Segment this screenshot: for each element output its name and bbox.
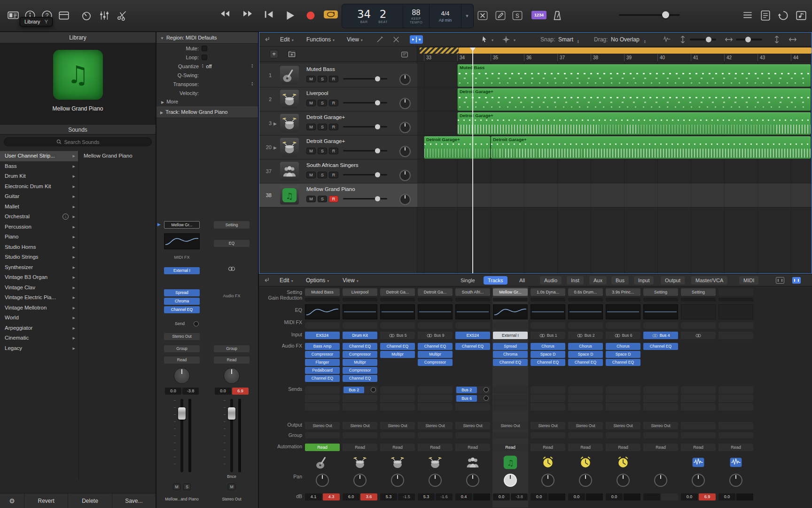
input-slot[interactable]: Bus 2	[568, 332, 603, 339]
send-slot[interactable]	[643, 403, 678, 411]
duplicate-track-button[interactable]	[288, 50, 296, 58]
filter-mastervca[interactable]: Master/VCA	[691, 276, 727, 285]
library-category-item[interactable]: Vintage Clav▶	[0, 283, 78, 293]
send-slot[interactable]	[643, 386, 678, 394]
waveform-zoom-icon[interactable]	[663, 35, 671, 44]
channel-setting-button[interactable]	[718, 288, 753, 296]
rewind-button[interactable]	[219, 9, 231, 22]
midi-fx-slot[interactable]	[343, 322, 377, 329]
filter-audio[interactable]: Audio	[540, 276, 562, 285]
media-browser-icon[interactable]	[795, 9, 807, 22]
send-knob[interactable]	[484, 387, 489, 392]
playhead[interactable]	[472, 48, 473, 273]
filter-output[interactable]: Output	[661, 276, 685, 285]
replace-toggle-icon[interactable]	[476, 9, 489, 22]
track-name[interactable]: Mellow Grand Piano	[306, 186, 391, 192]
audio-fx-slot[interactable]: Multipr	[418, 351, 453, 358]
group-slot[interactable]	[643, 432, 678, 438]
group-slot[interactable]	[606, 432, 640, 438]
library-category-item[interactable]: Vintage Electric Pia...▶	[0, 293, 78, 303]
record-arm-button[interactable]: R	[329, 124, 338, 130]
audio-fx-slot[interactable]: Spread	[493, 343, 528, 350]
solo-button[interactable]: S	[183, 484, 191, 490]
track-name[interactable]: Liverpool	[306, 90, 391, 96]
library-category-item[interactable]: Percussion▶	[0, 222, 78, 232]
channel-setting-button[interactable]: Mellow Gr...	[493, 288, 528, 296]
library-category-item[interactable]: Drum Kit▶	[0, 171, 78, 182]
library-category-item[interactable]: Bass▶	[0, 161, 78, 172]
pan-knob[interactable]	[729, 474, 742, 487]
solo-button[interactable]: S	[318, 196, 327, 202]
view-mode-tracks[interactable]: Tracks	[484, 276, 508, 285]
send-slot[interactable]	[305, 403, 340, 411]
mute-button[interactable]: M	[306, 124, 316, 130]
drag-menu[interactable]: No Overlap	[611, 32, 640, 47]
volume-value[interactable]: 0.0	[531, 493, 547, 500]
view-mode-single[interactable]: Single	[456, 276, 479, 285]
audio-fx-slot[interactable]: Channel EQ	[531, 359, 565, 366]
track-volume-slider[interactable]	[343, 78, 387, 79]
output-slot[interactable]: Stereo Out	[606, 422, 640, 429]
audio-fx-slot[interactable]: Chorus	[568, 343, 603, 350]
audio-fx-slot[interactable]: Space D	[568, 351, 603, 358]
volume-thumb[interactable]	[375, 124, 380, 129]
track-header-options-icon[interactable]	[400, 50, 409, 59]
tool-chevron[interactable]: ▾	[490, 32, 493, 47]
solo-button[interactable]: S	[318, 172, 327, 178]
midi-fx-slot[interactable]	[305, 322, 340, 329]
metronome-icon[interactable]	[551, 9, 563, 22]
send-slot[interactable]	[531, 395, 565, 402]
library-category-item[interactable]: Vintage B3 Organ▶	[0, 272, 78, 283]
library-category-item[interactable]: Studio Horns▶	[0, 242, 78, 253]
horizontal-zoom-icon[interactable]	[725, 35, 733, 44]
scroll-to-selection-icon[interactable]	[263, 276, 271, 285]
master-volume-thumb[interactable]	[662, 11, 669, 18]
library-detail-item[interactable]: Mellow Grand Piano	[79, 151, 156, 161]
group-slot[interactable]	[531, 432, 565, 438]
send-slot[interactable]	[681, 403, 716, 411]
filter-aux[interactable]: Aux	[589, 276, 607, 285]
input-slot[interactable]: Bus 6	[606, 332, 640, 339]
input-slot[interactable]: Bus 5	[380, 332, 415, 339]
auto-fit-icon[interactable]	[789, 35, 797, 44]
list-editors-icon[interactable]	[742, 9, 754, 22]
volume-value[interactable]	[643, 493, 660, 500]
track-name[interactable]: Muted Bass	[306, 66, 391, 72]
send-slot[interactable]	[418, 403, 453, 411]
eq-thumbnail[interactable]	[164, 233, 200, 249]
send-slot[interactable]: Bus 2	[455, 386, 490, 394]
volume-thumb[interactable]	[375, 148, 380, 153]
pan-knob[interactable]	[224, 368, 240, 384]
control-bar-display-icon[interactable]	[7, 9, 19, 22]
eq-thumbnail[interactable]	[493, 304, 528, 319]
volume-value[interactable]: 0.0	[165, 388, 181, 395]
send-slot[interactable]	[493, 403, 528, 411]
volume-fader[interactable]	[172, 399, 191, 472]
midi-fx-slot[interactable]	[681, 322, 716, 329]
audio-fx-slot[interactable]: Pedalboard	[305, 367, 340, 374]
send-slot[interactable]: Bus 2	[343, 386, 377, 394]
volume-value[interactable]: 0.0	[568, 493, 585, 500]
send-slot[interactable]: Bus 6	[455, 395, 490, 402]
track-pan-knob[interactable]	[399, 170, 411, 181]
channel-setting-button[interactable]: South Afri...	[455, 288, 490, 296]
group-slot[interactable]: Group	[214, 345, 250, 352]
send-slot[interactable]	[718, 386, 753, 394]
input-slot[interactable]: Bus 9	[418, 332, 453, 339]
automation-button[interactable]: Read	[531, 444, 565, 451]
pan-knob[interactable]	[391, 474, 404, 487]
command-click-tool-menu[interactable]	[502, 35, 510, 44]
eq-thumbnail[interactable]	[718, 304, 753, 319]
solo-button[interactable]: S	[318, 100, 327, 106]
pan-knob[interactable]	[429, 474, 442, 487]
cycle-button[interactable]	[323, 9, 338, 22]
track-pan-knob[interactable]	[399, 194, 411, 205]
eq-thumbnail[interactable]	[531, 304, 565, 319]
automation-button[interactable]: Read	[455, 444, 490, 451]
count-in-button[interactable]: 1234	[531, 11, 547, 19]
midi-fx-slot[interactable]	[531, 322, 565, 329]
send-bus-label[interactable]: Bus 2	[344, 387, 364, 393]
audio-fx-slot[interactable]: Channel EQ	[493, 359, 528, 366]
volume-value[interactable]: 5.3	[380, 493, 397, 500]
library-category-item[interactable]: Guitar▶	[0, 191, 78, 202]
